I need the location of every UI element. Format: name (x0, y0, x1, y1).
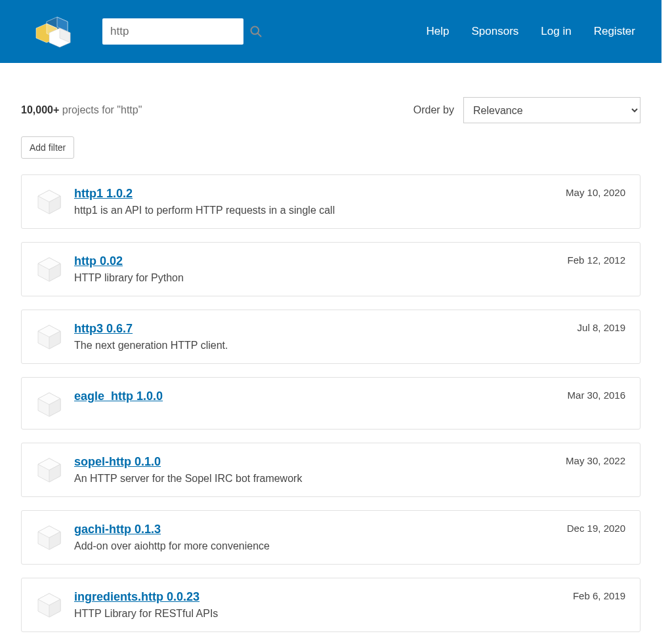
site-header: Help Sponsors Log in Register (0, 0, 662, 63)
nav-login[interactable]: Log in (541, 25, 571, 38)
package-cube-icon (36, 188, 62, 214)
order-by-control: Order by Relevance (413, 97, 640, 123)
result-card[interactable]: eagle_http 1.0.0 Mar 30, 2016 (21, 377, 640, 430)
result-date: Dec 19, 2020 (567, 523, 625, 534)
result-title-link[interactable]: http3 0.6.7 (74, 322, 133, 336)
result-title-link[interactable]: eagle_http 1.0.0 (74, 390, 163, 403)
result-date: May 30, 2022 (566, 455, 625, 466)
result-title-link[interactable]: sopel-http 0.1.0 (74, 455, 161, 469)
svg-line-7 (258, 33, 261, 37)
search-icon (249, 25, 262, 38)
results-count-text: projects for "http" (59, 104, 142, 115)
result-description: HTTP Library for RESTful APIs (74, 608, 625, 620)
result-date: Jul 8, 2019 (578, 322, 625, 333)
add-filter-button[interactable]: Add filter (21, 136, 74, 159)
package-cube-icon (36, 591, 62, 618)
result-main: eagle_http 1.0.0 (74, 390, 625, 407)
search-button[interactable] (249, 25, 262, 38)
package-cube-icon (36, 391, 62, 417)
result-card[interactable]: http3 0.6.7 The next generation HTTP cli… (21, 310, 640, 364)
result-description: An HTTP server for the Sopel IRC bot fra… (74, 473, 625, 485)
result-card[interactable]: http 0.02 HTTP library for Python Feb 12… (21, 242, 640, 296)
results-list: http1 1.0.2 http1 is an API to perform H… (21, 174, 640, 632)
main-content: 10,000+ projects for "http" Order by Rel… (0, 63, 662, 640)
search-form (102, 18, 243, 45)
result-main: http 0.02 HTTP library for Python (74, 254, 625, 284)
result-main: gachi-http 0.1.3 Add-on over aiohttp for… (74, 523, 625, 552)
result-description: HTTP library for Python (74, 272, 625, 284)
package-cube-icon (36, 456, 62, 483)
result-description: Add-on over aiohttp for more convenience (74, 540, 625, 552)
result-main: ingredients.http 0.0.23 HTTP Library for… (74, 590, 625, 620)
result-description: http1 is an API to perform HTTP requests… (74, 205, 625, 216)
result-title-link[interactable]: ingredients.http 0.0.23 (74, 590, 200, 604)
result-main: http3 0.6.7 The next generation HTTP cli… (74, 322, 625, 351)
results-count-number: 10,000+ (21, 104, 59, 115)
package-cube-icon (36, 256, 62, 282)
result-card[interactable]: sopel-http 0.1.0 An HTTP server for the … (21, 443, 640, 497)
result-main: sopel-http 0.1.0 An HTTP server for the … (74, 455, 625, 485)
nav-register[interactable]: Register (594, 25, 635, 38)
results-count: 10,000+ projects for "http" (21, 104, 142, 116)
result-date: Feb 6, 2019 (573, 590, 625, 601)
logo[interactable] (10, 12, 102, 51)
result-card[interactable]: ingredients.http 0.0.23 HTTP Library for… (21, 578, 640, 632)
package-cube-icon (36, 323, 62, 350)
result-title-link[interactable]: http 0.02 (74, 254, 123, 268)
order-by-label: Order by (413, 104, 454, 116)
package-cube-icon (36, 524, 62, 550)
result-title-link[interactable]: gachi-http 0.1.3 (74, 523, 161, 536)
result-date: May 10, 2020 (566, 187, 625, 198)
result-description: The next generation HTTP client. (74, 340, 625, 351)
nav-sponsors[interactable]: Sponsors (472, 25, 519, 38)
results-header: 10,000+ projects for "http" Order by Rel… (21, 97, 640, 123)
top-nav: Help Sponsors Log in Register (427, 25, 651, 38)
nav-help[interactable]: Help (427, 25, 450, 38)
result-title-link[interactable]: http1 1.0.2 (74, 187, 133, 201)
order-by-select[interactable]: Relevance (463, 97, 640, 123)
result-date: Feb 12, 2012 (568, 254, 625, 266)
result-main: http1 1.0.2 http1 is an API to perform H… (74, 187, 625, 216)
result-date: Mar 30, 2016 (568, 390, 625, 401)
result-card[interactable]: http1 1.0.2 http1 is an API to perform H… (21, 174, 640, 229)
result-card[interactable]: gachi-http 0.1.3 Add-on over aiohttp for… (21, 510, 640, 565)
pypi-logo-icon (33, 12, 79, 51)
search-input[interactable] (110, 25, 249, 38)
